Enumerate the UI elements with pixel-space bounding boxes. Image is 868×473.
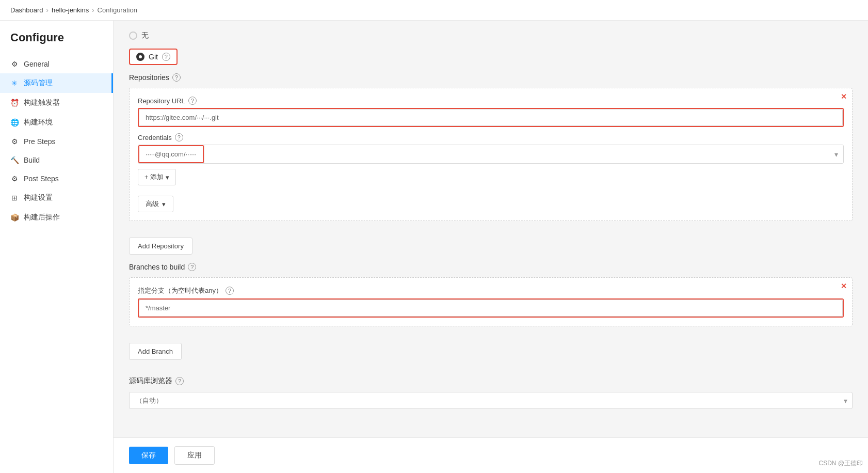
globe-icon: 🌐 — [10, 118, 19, 127]
source-browser-help-icon[interactable]: ? — [175, 377, 184, 385]
presteps-icon: ⚙ — [10, 137, 19, 146]
credentials-field-label: Credentials ? — [138, 133, 844, 141]
repositories-section-label: Repositories ? — [129, 73, 853, 82]
git-help-icon[interactable]: ? — [162, 53, 170, 61]
none-label: 无 — [141, 31, 149, 40]
git-radio[interactable] — [136, 53, 144, 61]
source-browser-select-wrapper[interactable]: （自动） ▾ — [129, 392, 853, 409]
close-repository-button[interactable]: ✕ — [841, 92, 847, 101]
branches-help-icon[interactable]: ? — [188, 263, 196, 271]
breadcrumb-sep-2: › — [92, 6, 94, 14]
credentials-help-icon[interactable]: ? — [175, 133, 183, 141]
branch-input-wrapper — [138, 298, 844, 318]
sidebar-item-triggers[interactable]: ⏰ 构建触发器 — [0, 93, 113, 113]
repo-url-input-wrapper — [138, 108, 844, 127]
breadcrumb-current: Configuration — [98, 6, 137, 14]
footer: 保存 应用 — [114, 437, 868, 473]
sidebar-item-source[interactable]: ✳ 源码管理 — [0, 73, 113, 93]
watermark: CSDN @王德印 — [818, 459, 863, 468]
poststeps-icon: ⚙ — [10, 175, 19, 183]
sidebar-item-postbuild[interactable]: 📦 构建后操作 — [0, 208, 113, 227]
repositories-help-icon[interactable]: ? — [172, 73, 181, 82]
sidebar-item-env[interactable]: 🌐 构建环境 — [0, 113, 113, 132]
advanced-button[interactable]: 高级 ▾ — [138, 196, 173, 212]
sidebar-label-triggers: 构建触发器 — [24, 98, 60, 107]
close-branch-button[interactable]: ✕ — [841, 282, 847, 290]
sidebar-label-postbuild: 构建后操作 — [24, 213, 60, 222]
git-option[interactable]: Git ? — [129, 49, 178, 65]
repo-url-field-label: Repository URL ? — [138, 97, 844, 105]
add-branch-button[interactable]: Add Branch — [129, 343, 182, 360]
repositories-label: Repositories — [129, 73, 169, 82]
credentials-section: Credentials ? ·····@qq.com/······ ▾ — [138, 133, 844, 185]
breadcrumb-dashboard[interactable]: Dashboard — [10, 6, 43, 14]
none-radio[interactable] — [129, 31, 137, 40]
breadcrumb: Dashboard › hello-jenkins › Configuratio… — [0, 0, 868, 21]
branch-specifier-field-label: 指定分支（为空时代表any） ? — [138, 286, 844, 295]
branch-input[interactable] — [139, 299, 843, 317]
breadcrumb-project[interactable]: hello-jenkins — [52, 6, 89, 14]
repo-url-help-icon[interactable]: ? — [188, 97, 197, 105]
credentials-value-display: ·····@qq.com/······ — [138, 145, 204, 163]
credentials-label: Credentials — [138, 134, 172, 141]
credentials-select-wrapper[interactable]: ▾ — [204, 145, 843, 163]
main-content: 无 Git ? Repositories ? ✕ Repo — [114, 21, 868, 437]
apply-button[interactable]: 应用 — [174, 446, 215, 465]
box-icon: 📦 — [10, 213, 19, 222]
sidebar-item-buildsettings[interactable]: ⊞ 构建设置 — [0, 188, 113, 208]
sliders-icon: ⊞ — [10, 194, 19, 202]
sidebar: Configure ⚙ General ✳ 源码管理 ⏰ 构建触发器 🌐 构建环… — [0, 21, 114, 473]
git-icon: ✳ — [10, 79, 19, 87]
add-repository-button[interactable]: Add Repository — [129, 238, 192, 255]
source-browser-select[interactable]: （自动） — [129, 392, 853, 409]
source-browser-label: 源码库浏览器 — [129, 376, 172, 386]
repository-box: ✕ Repository URL ? Credentials ? — [129, 88, 853, 221]
sidebar-label-build: Build — [24, 156, 40, 164]
none-option[interactable]: 无 — [129, 31, 853, 40]
branch-specifier-label: 指定分支（为空时代表any） — [138, 286, 222, 295]
add-repository-label: Add Repository — [138, 242, 184, 250]
sidebar-label-presteps: Pre Steps — [24, 137, 55, 146]
sidebar-label-source: 源码管理 — [24, 78, 53, 88]
branch-box: ✕ 指定分支（为空时代表any） ? — [129, 277, 853, 326]
sidebar-label-env: 构建环境 — [24, 118, 53, 127]
add-branch-label: Add Branch — [138, 348, 173, 355]
branch-specifier-help-icon[interactable]: ? — [226, 287, 234, 295]
advanced-label: 高级 — [146, 199, 159, 209]
save-button[interactable]: 保存 — [129, 447, 168, 464]
branches-label: Branches to build — [129, 263, 185, 271]
credentials-select[interactable] — [204, 145, 843, 163]
repo-url-label: Repository URL — [138, 97, 185, 105]
clock-icon: ⏰ — [10, 99, 19, 107]
add-credentials-label: + 添加 — [144, 172, 164, 182]
gear-icon: ⚙ — [10, 60, 19, 68]
branches-section-label: Branches to build ? — [129, 263, 853, 271]
sidebar-item-poststeps[interactable]: ⚙ Post Steps — [0, 169, 113, 188]
add-credentials-chevron-icon: ▾ — [166, 174, 169, 181]
sidebar-item-general[interactable]: ⚙ General — [0, 55, 113, 73]
add-credentials-button[interactable]: + 添加 ▾ — [138, 169, 176, 185]
hammer-icon: 🔨 — [10, 156, 19, 164]
repo-url-input[interactable] — [139, 109, 843, 126]
git-label: Git — [149, 53, 158, 61]
sidebar-label-buildsettings: 构建设置 — [24, 193, 53, 202]
breadcrumb-sep-1: › — [46, 6, 49, 14]
source-browser-label-row: 源码库浏览器 ? — [129, 376, 853, 386]
sidebar-label-general: General — [24, 60, 50, 68]
sidebar-label-poststeps: Post Steps — [24, 175, 59, 183]
advanced-chevron-icon: ▾ — [162, 200, 166, 208]
sidebar-item-presteps[interactable]: ⚙ Pre Steps — [0, 132, 113, 151]
source-browser-section: 源码库浏览器 ? （自动） ▾ — [129, 376, 853, 409]
sidebar-item-build[interactable]: 🔨 Build — [0, 151, 113, 169]
sidebar-title: Configure — [0, 31, 113, 55]
